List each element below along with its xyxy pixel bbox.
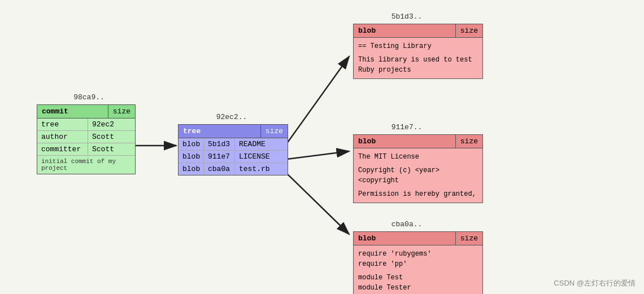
blob3-line3: module Test (358, 273, 478, 283)
blob2-size-label: size (455, 135, 482, 148)
blob1-type-label: blob (354, 24, 455, 37)
commit-author-key: author (37, 131, 88, 143)
arrow-tree-blob2 (282, 151, 349, 160)
blob3-line4: module Tester (358, 283, 478, 293)
blob3-line1: require 'rubygems' (358, 249, 478, 259)
tree-hash-label: 92ec2.. (178, 113, 285, 121)
tree-r2-c1: blob (179, 151, 204, 163)
commit-row-tree: tree 92ec2 (37, 119, 135, 131)
blob3-line2: require 'pp' (358, 259, 478, 269)
blob3-type-label: blob (354, 232, 455, 245)
commit-committer-key: committer (37, 143, 88, 155)
commit-body: tree 92ec2 author Scott committer Scott … (37, 119, 135, 174)
blob1-line1: == Testing Library (358, 41, 478, 51)
blob3-title: blob size (354, 232, 482, 245)
tree-r1-c3: README (235, 138, 269, 150)
tree-body: blob 5b1d3 README blob 911e7 LICENSE blo… (179, 138, 288, 175)
blob1-hash-label: 5b1d3.. (353, 12, 460, 21)
arrow-tree-blob1 (282, 56, 349, 150)
tree-box: tree size blob 5b1d3 README blob 911e7 L… (178, 124, 288, 175)
blob2-line2: Copyright (c) <year> <copyright (358, 165, 478, 186)
commit-committer-val: Scott (88, 143, 118, 155)
blob2-type-label: blob (354, 135, 455, 148)
tree-row-2: blob 911e7 LICENSE (179, 151, 288, 163)
tree-size-label: size (260, 125, 288, 138)
blob3-size-label: size (455, 232, 482, 245)
commit-type-label: commit (37, 105, 108, 118)
commit-tree-key: tree (37, 119, 88, 130)
commit-row-author: author Scott (37, 131, 135, 143)
commit-size-label: size (108, 105, 135, 118)
blob3-hash-label: cba0a.. (353, 220, 460, 229)
tree-row-1: blob 5b1d3 README (179, 138, 288, 151)
blob1-box: blob size == Testing Library This librar… (353, 24, 483, 79)
tree-title: tree size (179, 125, 288, 138)
commit-box: commit size tree 92ec2 author Scott comm… (37, 104, 136, 174)
tree-r2-c2: 911e7 (204, 151, 235, 163)
tree-r2-c3: LICENSE (235, 151, 274, 163)
commit-tree-val: 92ec2 (88, 119, 118, 130)
blob2-body: The MIT License Copyright (c) <year> <co… (354, 148, 482, 203)
commit-note: initial commit of my project (37, 156, 135, 174)
commit-hash-label: 98ca9.. (42, 93, 136, 102)
tree-r3-c3: test.rb (235, 163, 274, 175)
blob3-body: require 'rubygems' require 'pp' module T… (354, 245, 482, 294)
diagram-area: 98ca9.. commit size tree 92ec2 author Sc… (0, 0, 644, 294)
blob1-line3: Ruby projects (358, 65, 478, 75)
commit-row-committer: committer Scott (37, 143, 135, 156)
arrow-tree-blob3 (282, 169, 349, 234)
blob2-box: blob size The MIT License Copyright (c) … (353, 134, 483, 203)
tree-row-3: blob cba0a test.rb (179, 163, 288, 175)
watermark: CSDN @左灯右行的爱情 (554, 278, 636, 288)
blob1-size-label: size (455, 24, 482, 37)
blob1-title: blob size (354, 24, 482, 38)
tree-r3-c2: cba0a (204, 163, 235, 175)
tree-r1-c1: blob (179, 138, 204, 150)
blob2-line1: The MIT License (358, 152, 478, 162)
commit-title: commit size (37, 105, 135, 119)
blob2-line3: Permission is hereby granted, (358, 189, 478, 199)
tree-r1-c2: 5b1d3 (204, 138, 235, 150)
blob1-body: == Testing Library This library is used … (354, 38, 482, 78)
blob1-line2: This library is used to test (358, 55, 478, 65)
blob2-hash-label: 911e7.. (353, 123, 460, 131)
commit-author-val: Scott (88, 131, 118, 143)
blob2-title: blob size (354, 135, 482, 148)
blob3-box: blob size require 'rubygems' require 'pp… (353, 231, 483, 294)
tree-type-label: tree (179, 125, 260, 138)
tree-r3-c1: blob (179, 163, 204, 175)
